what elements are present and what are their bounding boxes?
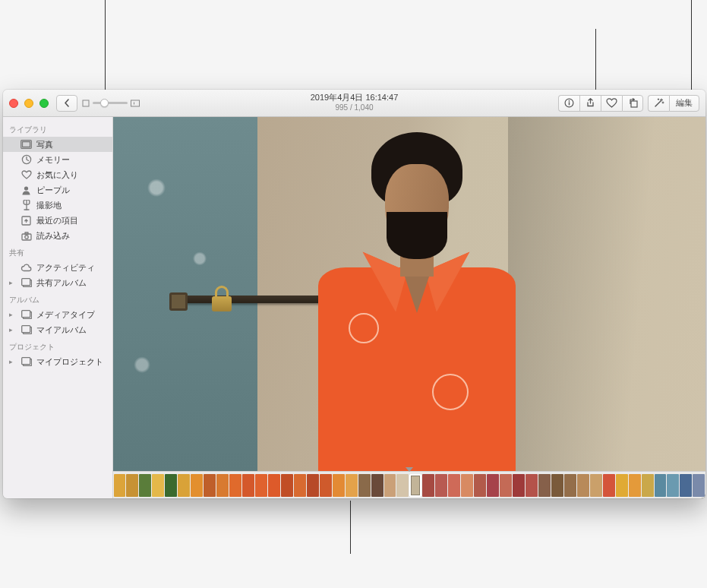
sidebar-section-header: アルバム bbox=[3, 290, 112, 307]
filmstrip-thumb[interactable] bbox=[655, 474, 667, 497]
filmstrip-thumb[interactable] bbox=[396, 474, 409, 497]
sidebar-item[interactable]: アクティビティ bbox=[3, 260, 112, 275]
sidebar-item[interactable]: ▸メディアタイプ bbox=[3, 307, 112, 322]
zoom-out-icon bbox=[82, 100, 90, 107]
zoom-slider-knob[interactable] bbox=[100, 99, 109, 107]
sidebar-item[interactable]: 最近の項目 bbox=[3, 213, 112, 228]
zoom-slider-track[interactable] bbox=[93, 102, 128, 104]
share-button[interactable] bbox=[579, 95, 601, 112]
filmstrip-thumb[interactable] bbox=[538, 474, 551, 497]
album-icon bbox=[21, 309, 32, 321]
filmstrip-thumb[interactable] bbox=[500, 474, 512, 497]
filmstrip-thumb[interactable] bbox=[448, 474, 460, 497]
filmstrip-thumb[interactable] bbox=[422, 474, 434, 497]
filmstrip-thumb[interactable] bbox=[474, 474, 486, 497]
sidebar-section-header: ライブラリ bbox=[3, 120, 112, 137]
filmstrip-thumb[interactable] bbox=[551, 474, 563, 497]
disclosure-triangle-icon[interactable]: ▸ bbox=[9, 326, 16, 334]
filmstrip-thumb[interactable] bbox=[165, 474, 177, 497]
photo-content bbox=[113, 117, 705, 471]
sidebar-item[interactable]: 撮影地 bbox=[3, 198, 112, 213]
filmstrip-thumb[interactable] bbox=[526, 474, 538, 497]
filmstrip-thumb[interactable] bbox=[229, 474, 241, 497]
filmstrip-thumb[interactable] bbox=[139, 474, 151, 497]
disclosure-triangle-icon[interactable]: ▸ bbox=[9, 311, 16, 318]
sidebar-item[interactable]: ▸マイアルバム bbox=[3, 322, 112, 337]
rotate-icon bbox=[627, 98, 638, 108]
filmstrip-thumb[interactable] bbox=[178, 474, 190, 497]
minimize-window-button[interactable] bbox=[24, 99, 33, 108]
filmstrip-thumb[interactable] bbox=[281, 474, 293, 497]
photo-viewer[interactable] bbox=[113, 117, 705, 471]
edit-button-label: 編集 bbox=[676, 97, 693, 109]
filmstrip-thumb[interactable] bbox=[191, 474, 203, 497]
filmstrip-thumb[interactable] bbox=[577, 474, 589, 497]
disclosure-triangle-icon[interactable]: ▸ bbox=[9, 279, 16, 286]
info-button[interactable] bbox=[558, 95, 579, 112]
svg-rect-22 bbox=[21, 358, 30, 365]
filmstrip-thumb[interactable] bbox=[358, 474, 371, 497]
sidebar-item[interactable]: 写真 bbox=[3, 137, 112, 152]
filmstrip-thumb[interactable] bbox=[242, 474, 254, 497]
import-icon bbox=[21, 230, 32, 242]
svg-rect-16 bbox=[21, 279, 30, 286]
svg-rect-20 bbox=[21, 326, 30, 333]
filmstrip-thumb[interactable] bbox=[461, 474, 473, 497]
sidebar-item-label: マイアルバム bbox=[36, 324, 87, 336]
filmstrip-thumb[interactable] bbox=[346, 474, 358, 497]
sidebar-item[interactable]: ピープル bbox=[3, 182, 112, 198]
heart-icon bbox=[21, 169, 32, 181]
filmstrip-thumb[interactable] bbox=[114, 474, 126, 497]
filmstrip-thumb[interactable] bbox=[255, 474, 267, 497]
sidebar-item-label: 撮影地 bbox=[36, 200, 62, 211]
filmstrip-thumb[interactable] bbox=[204, 474, 216, 497]
filmstrip-thumb[interactable] bbox=[307, 474, 319, 497]
filmstrip-thumb[interactable] bbox=[294, 474, 306, 497]
filmstrip-thumb[interactable] bbox=[371, 474, 383, 497]
filmstrip-thumb[interactable] bbox=[667, 474, 679, 497]
callout-line bbox=[350, 501, 351, 554]
filmstrip-thumb[interactable] bbox=[268, 474, 280, 497]
cloud-icon bbox=[21, 262, 32, 273]
favorite-button[interactable] bbox=[601, 95, 622, 112]
filmstrip[interactable] bbox=[113, 471, 705, 498]
sidebar-item[interactable]: お気に入り bbox=[3, 167, 112, 182]
filmstrip-thumb[interactable] bbox=[590, 474, 602, 497]
album-icon bbox=[21, 277, 32, 289]
filmstrip-thumb[interactable] bbox=[320, 474, 332, 497]
sidebar-item[interactable]: ▸共有アルバム bbox=[3, 275, 112, 290]
filmstrip-thumb[interactable] bbox=[435, 474, 447, 497]
sidebar-item[interactable]: メモリー bbox=[3, 152, 112, 167]
zoom-slider[interactable] bbox=[82, 100, 140, 107]
svg-rect-2 bbox=[134, 102, 134, 104]
filmstrip-thumb[interactable] bbox=[564, 474, 576, 497]
filmstrip-thumb[interactable] bbox=[216, 474, 229, 497]
filmstrip-thumbs bbox=[113, 474, 705, 497]
sidebar-item-label: 共有アルバム bbox=[36, 277, 87, 289]
filmstrip-thumb[interactable] bbox=[680, 474, 692, 497]
album-icon bbox=[21, 356, 32, 368]
filmstrip-thumb[interactable] bbox=[384, 474, 396, 497]
disclosure-triangle-icon[interactable]: ▸ bbox=[9, 358, 16, 365]
close-window-button[interactable] bbox=[9, 99, 18, 108]
filmstrip-thumb[interactable] bbox=[152, 474, 164, 497]
filmstrip-thumb[interactable] bbox=[642, 474, 654, 497]
filmstrip-thumb[interactable] bbox=[513, 474, 525, 497]
filmstrip-thumb[interactable] bbox=[693, 474, 705, 497]
filmstrip-thumb[interactable] bbox=[616, 474, 628, 497]
enhance-button[interactable] bbox=[648, 95, 669, 112]
sidebar-item[interactable]: 読み込み bbox=[3, 228, 112, 243]
back-button[interactable] bbox=[56, 95, 77, 112]
rotate-button[interactable] bbox=[622, 95, 643, 112]
fullscreen-window-button[interactable] bbox=[39, 99, 49, 108]
filmstrip-thumb[interactable] bbox=[603, 474, 615, 497]
sidebar-item[interactable]: ▸マイプロジェクト bbox=[3, 354, 112, 369]
filmstrip-marker-icon bbox=[406, 467, 413, 472]
edit-button[interactable]: 編集 bbox=[669, 95, 699, 112]
filmstrip-thumb[interactable] bbox=[126, 474, 138, 497]
filmstrip-thumb[interactable] bbox=[333, 474, 345, 497]
filmstrip-thumb[interactable] bbox=[487, 474, 499, 497]
wand-icon bbox=[654, 98, 664, 108]
filmstrip-thumb[interactable] bbox=[629, 474, 641, 497]
filmstrip-thumb[interactable] bbox=[409, 474, 421, 497]
